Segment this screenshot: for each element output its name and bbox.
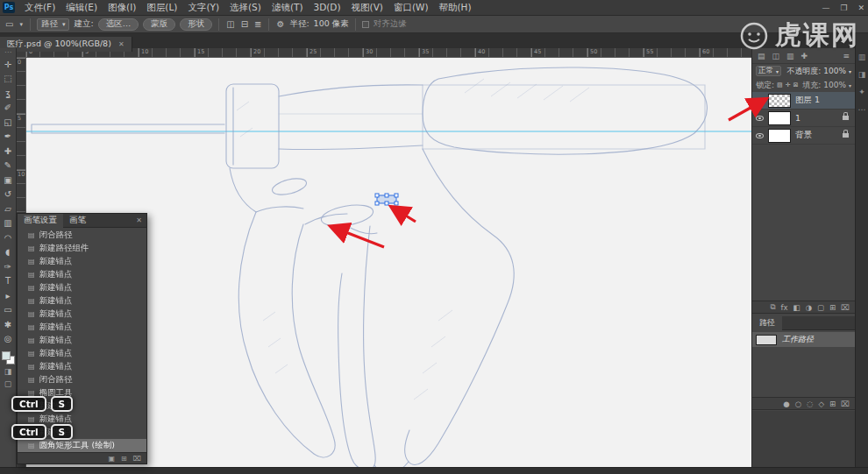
fill-path-icon[interactable]: ●	[783, 400, 789, 408]
new-state-icon[interactable]: ⊞	[121, 455, 127, 463]
new-layer-icon[interactable]: ⊞	[829, 303, 836, 312]
history-state-row[interactable]: ▤新建锚点	[18, 321, 146, 334]
make-selection-button[interactable]: 选区…	[98, 18, 139, 31]
horizontal-ruler[interactable]: 051015202530354045505560	[26, 48, 751, 58]
layer-name[interactable]: 背景	[795, 130, 812, 141]
history-state-row[interactable]: ▤闭合路径	[18, 373, 146, 386]
fill-value[interactable]: 100%	[823, 81, 846, 89]
menu-item[interactable]: 滤镜(T)	[267, 2, 309, 14]
make-mask-button[interactable]: 蒙版	[143, 18, 175, 31]
gradient-tool-icon[interactable]: ▥	[0, 216, 17, 231]
menu-item[interactable]: 编辑(E)	[60, 2, 103, 14]
layer-mask-icon[interactable]: ◧	[793, 303, 800, 312]
layer-name[interactable]: 图层 1	[795, 95, 820, 106]
libraries-panel-icon[interactable]: ✦	[858, 88, 865, 96]
menu-item[interactable]: 文字(Y)	[182, 2, 224, 14]
color-panel-icon[interactable]: ▥	[858, 53, 866, 61]
lock-transparent-icon[interactable]: ▨	[777, 81, 783, 88]
path-operations-icon[interactable]: ◫	[225, 19, 235, 29]
menu-item[interactable]: 图层(L)	[141, 2, 182, 14]
tab-brush[interactable]: 画笔	[63, 214, 92, 228]
history-state-row[interactable]: ▤新建锚点	[18, 347, 146, 360]
align-edges-checkbox[interactable]	[362, 21, 369, 28]
layer-thumbnail[interactable]	[768, 111, 791, 125]
make-work-path-icon[interactable]: ◇	[819, 400, 825, 408]
move-tool-icon[interactable]: ✛	[0, 57, 17, 72]
history-state-row[interactable]: ▤新建路径组件	[18, 242, 146, 255]
visibility-eye-icon[interactable]	[756, 116, 764, 121]
history-state-row[interactable]: ▤新建锚点	[18, 255, 146, 268]
menu-item[interactable]: 3D(D)	[308, 2, 345, 14]
menu-item[interactable]: 选择(S)	[224, 2, 267, 14]
work-path-label[interactable]: 工作路径	[782, 334, 814, 345]
close-icon[interactable]: ✕	[857, 4, 864, 12]
history-state-row-current[interactable]: ▤圆角矩形工具 (绘制)	[18, 439, 146, 452]
selected-path-shape[interactable]	[375, 194, 398, 205]
history-state-row[interactable]: ▤新建锚点	[18, 334, 146, 347]
history-state-row[interactable]: ▤新建锚点	[18, 308, 146, 321]
layer-row-layer-1[interactable]: 图层 1	[752, 92, 855, 110]
eraser-tool-icon[interactable]: ▱	[0, 202, 17, 216]
more-panels-icon[interactable]: ⋯	[858, 105, 866, 114]
delete-state-icon[interactable]: ⌧	[133, 455, 141, 463]
panel-close-icon[interactable]: ✕	[132, 216, 146, 224]
history-state-row[interactable]: ▤新建锚点	[18, 294, 146, 308]
delete-layer-icon[interactable]: ⌧	[841, 303, 850, 312]
color-swatches[interactable]	[1, 350, 16, 365]
shape-tool-icon[interactable]: ▭	[0, 303, 17, 318]
layer-name[interactable]: 1	[795, 113, 800, 123]
history-state-row[interactable]: ▤新建锚点	[18, 360, 146, 373]
adjustments-panel-tab-icon[interactable]: ✚	[801, 52, 808, 60]
lock-position-icon[interactable]: ✛	[786, 81, 791, 88]
tab-close-icon[interactable]: ✕	[118, 40, 125, 48]
visibility-eye-icon[interactable]	[756, 133, 764, 138]
lasso-tool-icon[interactable]: ʓ	[0, 86, 17, 101]
tool-preset-icon[interactable]: ▭	[4, 19, 14, 29]
new-path-icon[interactable]: ⊞	[829, 400, 836, 408]
clone-stamp-tool-icon[interactable]: ▣	[0, 173, 17, 187]
visibility-eye-icon[interactable]	[756, 98, 764, 103]
history-state-row[interactable]: ▤新建锚点	[18, 281, 146, 294]
blur-tool-icon[interactable]: ◠	[0, 230, 17, 245]
quick-select-tool-icon[interactable]: ✐	[0, 101, 17, 116]
quick-mask-icon[interactable]: ◨	[0, 365, 17, 378]
path-alignment-icon[interactable]: ⊟	[240, 19, 249, 29]
menu-item[interactable]: 视图(V)	[346, 2, 388, 14]
chevron-down-icon[interactable]: ▾	[849, 82, 851, 88]
panel-menu-icon[interactable]: ≡	[843, 52, 850, 60]
chevron-down-icon[interactable]: ▾	[849, 68, 851, 74]
healing-brush-tool-icon[interactable]: ✚	[0, 144, 17, 159]
type-tool-icon[interactable]: T	[0, 274, 17, 289]
history-state-row[interactable]: ▤新建锚点	[18, 268, 146, 281]
menu-item[interactable]: 帮助(H)	[434, 2, 477, 14]
work-path-row[interactable]: 工作路径	[752, 332, 855, 347]
channels-panel-tab-icon[interactable]: ◫	[772, 52, 780, 60]
screen-mode-icon[interactable]: ▢	[0, 378, 17, 390]
document-tab[interactable]: 医疗.psd @ 100%(RGB/8) ✕	[0, 37, 132, 52]
layer-thumbnail[interactable]	[768, 129, 791, 143]
lock-all-icon[interactable]: ⊠	[793, 81, 799, 88]
brush-tool-icon[interactable]: ✎	[0, 159, 17, 173]
opacity-value[interactable]: 100%	[823, 67, 846, 75]
load-selection-icon[interactable]: ◌	[807, 400, 813, 408]
gear-icon[interactable]: ⚙	[275, 19, 285, 29]
layer-thumbnail[interactable]	[768, 94, 791, 108]
menu-item[interactable]: 图像(I)	[103, 2, 141, 14]
history-brush-tool-icon[interactable]: ↺	[0, 187, 17, 202]
marquee-tool-icon[interactable]: ⬚	[0, 72, 17, 87]
minimize-icon[interactable]: —	[822, 4, 829, 12]
foreground-color-swatch[interactable]	[2, 351, 11, 360]
adjustment-layer-icon[interactable]: ◑	[806, 303, 812, 312]
layer-group-icon[interactable]: ▢	[817, 303, 824, 312]
pen-tool-icon[interactable]: ✑	[0, 259, 17, 274]
stroke-path-icon[interactable]: ○	[795, 400, 801, 408]
layer-row-1[interactable]: 1	[752, 110, 855, 127]
blend-mode-select[interactable]: 正常 ▾	[756, 66, 781, 76]
restore-icon[interactable]: ❐	[840, 4, 847, 12]
path-arrange-icon[interactable]: ≣	[253, 19, 262, 29]
history-state-row[interactable]: ▤闭合路径	[18, 229, 146, 242]
toolbar-menu-icon[interactable]: ⋯	[4, 48, 11, 57]
menu-item[interactable]: 窗口(W)	[388, 2, 434, 14]
radius-value[interactable]: 100 像素	[314, 18, 349, 30]
layers-panel-tab-icon[interactable]: ▤	[758, 52, 765, 60]
